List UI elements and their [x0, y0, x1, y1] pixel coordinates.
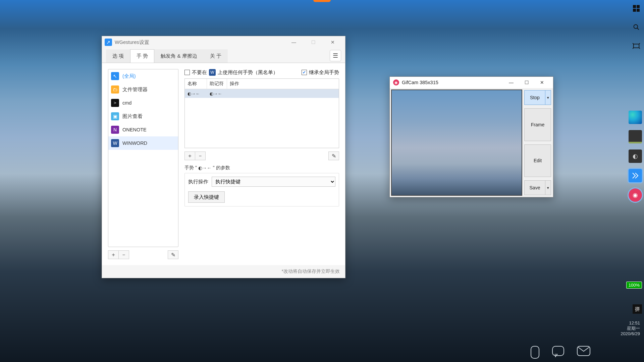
svg-line-5: [637, 28, 639, 30]
gifcam-close-button[interactable]: ✕: [534, 77, 550, 88]
wgestures-titlebar[interactable]: ↗ WGestures设置 — ☐ ✕: [102, 36, 345, 48]
footer-hint: *改动将自动保存并立即生效: [282, 268, 340, 275]
svg-line-9: [633, 48, 634, 49]
close-button[interactable]: ✕: [323, 36, 342, 48]
save-dropdown[interactable]: ▾: [545, 180, 551, 195]
clock-date: 2020/6/29: [621, 331, 640, 337]
image-icon: ▣: [111, 112, 119, 120]
clock-time: 12:51: [621, 320, 640, 326]
app-item-WINWORD[interactable]: WWINWORD: [108, 136, 178, 150]
col-name[interactable]: 名称: [185, 79, 207, 89]
gifcam-app-icon-small: ◉: [393, 79, 399, 85]
stop-button[interactable]: Stop: [524, 90, 545, 105]
app-item-(全局)[interactable]: ↖(全局): [108, 69, 178, 83]
stop-dropdown[interactable]: ▾: [545, 90, 551, 105]
remove-gesture-button[interactable]: －: [195, 152, 206, 160]
taskbar-vertical-top: [631, 3, 642, 52]
gesture-row[interactable]: ◐→←◐→←: [185, 89, 339, 98]
cell-name: ◐→←: [185, 91, 207, 96]
svg-rect-6: [634, 44, 639, 48]
app-item-label: cmd: [122, 100, 131, 106]
top-recording-indicator: [313, 0, 331, 2]
phone-icon[interactable]: [531, 346, 539, 359]
inherit-label: 继承全局手势: [309, 69, 339, 76]
app-item-图片查看[interactable]: ▣图片查看: [108, 110, 178, 123]
edit-button[interactable]: Edit: [524, 144, 551, 177]
svg-line-8: [639, 43, 640, 44]
svg-rect-1: [637, 5, 640, 8]
col-mnemonic[interactable]: 助记符: [207, 79, 227, 89]
frame-button[interactable]: Frame: [524, 108, 551, 141]
dark-app-icon[interactable]: [629, 130, 642, 143]
record-hotkey-button[interactable]: 录入快捷键: [188, 191, 225, 203]
wgestures-footer: *改动将自动保存并立即生效: [102, 265, 345, 278]
tab-about[interactable]: 关 于: [204, 49, 228, 63]
shell-app-icon[interactable]: ◐: [629, 149, 642, 163]
svg-rect-2: [633, 9, 636, 12]
gifcam-sidebar: Stop ▾ Frame Edit Save ▾: [524, 88, 553, 197]
add-gesture-button[interactable]: ＋: [184, 152, 195, 160]
app-list-buttons: ＋ － ✎: [108, 250, 178, 259]
gesture-table-header: 名称 助记符 操作: [185, 79, 339, 89]
params-title: 手势 "◐→←" 的参数: [184, 165, 339, 171]
gifcam-capture-area[interactable]: [391, 89, 522, 196]
tab-gestures[interactable]: 手 势: [130, 49, 154, 63]
gifcam-titlebar[interactable]: ◉ GifCam 385x315 — ☐ ✕: [390, 77, 553, 88]
tab-options[interactable]: 选 项: [106, 49, 130, 63]
app-item-label: ONENOTE: [122, 127, 147, 132]
save-button[interactable]: Save: [524, 180, 545, 195]
tab-triggers[interactable]: 触发角 & 摩擦边: [154, 49, 203, 63]
blacklist-label-prefix: 不要在: [192, 69, 207, 76]
hamburger-menu-button[interactable]: ☰: [330, 50, 341, 61]
gifcam-window: ◉ GifCam 385x315 — ☐ ✕ Stop ▾ Frame Edit…: [389, 76, 553, 197]
blacklist-checkbox[interactable]: [184, 70, 190, 75]
add-app-button[interactable]: ＋: [108, 250, 119, 259]
folder-icon: 🗀: [111, 85, 119, 94]
chat-icon[interactable]: [552, 346, 564, 356]
edge-app-icon[interactable]: [629, 111, 642, 124]
exec-action-select[interactable]: 执行快捷键: [212, 177, 335, 187]
clock[interactable]: 12:51 星期一 2020/6/29: [621, 320, 640, 337]
minimize-button[interactable]: —: [284, 36, 304, 48]
svg-point-4: [634, 25, 638, 29]
gesture-panel: 不要在 W 上使用任何手势（黑名单） ✔ 继承全局手势 名称 助记符 操作 ◐→…: [184, 69, 339, 259]
gifcam-title: GifCam 385x315: [402, 80, 438, 85]
gifcam-maximize-button[interactable]: ☐: [519, 77, 534, 88]
gesture-params: 手势 "◐→←" 的参数 执行操作 执行快捷键 录入快捷键: [184, 165, 339, 206]
cell-mnemonic: ◐→←: [207, 91, 227, 96]
svg-line-10: [639, 48, 640, 49]
clock-weekday: 星期一: [621, 326, 640, 331]
edit-app-button[interactable]: ✎: [168, 250, 178, 259]
gesture-list-buttons: ＋ － ✎: [184, 152, 339, 160]
word-icon: W: [209, 69, 216, 76]
app-item-label: 文件管理器: [122, 86, 148, 93]
wgestures-window: ↗ WGestures设置 — ☐ ✕ 选 项 手 势 触发角 & 摩擦边 关 …: [102, 36, 345, 278]
W-icon: W: [111, 139, 119, 147]
search-icon[interactable]: [631, 21, 642, 33]
app-item-ONENOTE[interactable]: NONENOTE: [108, 123, 178, 136]
svg-rect-0: [633, 5, 636, 8]
maximize-button: ☐: [304, 36, 323, 48]
tray-bottom-icons: [531, 346, 590, 359]
edit-gesture-button[interactable]: ✎: [328, 152, 339, 160]
svg-rect-3: [637, 9, 640, 12]
start-button[interactable]: [631, 3, 642, 14]
exec-action-label: 执行操作: [188, 179, 208, 185]
gifcam-app-icon[interactable]: ◉: [629, 188, 642, 202]
ime-indicator[interactable]: 拼: [633, 304, 642, 314]
app-item-文件管理器[interactable]: 🗀文件管理器: [108, 83, 178, 96]
col-action[interactable]: 操作: [227, 79, 339, 89]
mail-icon[interactable]: [577, 346, 590, 356]
inherit-checkbox[interactable]: ✔: [302, 70, 307, 75]
blacklist-label-suffix: 上使用任何手势（黑名单）: [218, 69, 278, 76]
wgestures-body: ↖(全局)🗀文件管理器＞cmd▣图片查看NONENOTEWWINWORD ＋ －…: [102, 63, 345, 265]
app-item-cmd[interactable]: ＞cmd: [108, 96, 178, 110]
gifcam-minimize-button[interactable]: —: [503, 77, 519, 88]
wgestures-app-icon-small: ↗: [105, 39, 112, 46]
app-list: ↖(全局)🗀文件管理器＞cmd▣图片查看NONENOTEWWINWORD: [108, 69, 178, 247]
app-item-label: (全局): [122, 73, 136, 79]
wgestures-app-icon[interactable]: [629, 169, 642, 182]
taskview-icon[interactable]: [631, 40, 642, 52]
remove-app-button[interactable]: －: [118, 250, 129, 259]
battery-status[interactable]: 100%: [626, 282, 642, 289]
